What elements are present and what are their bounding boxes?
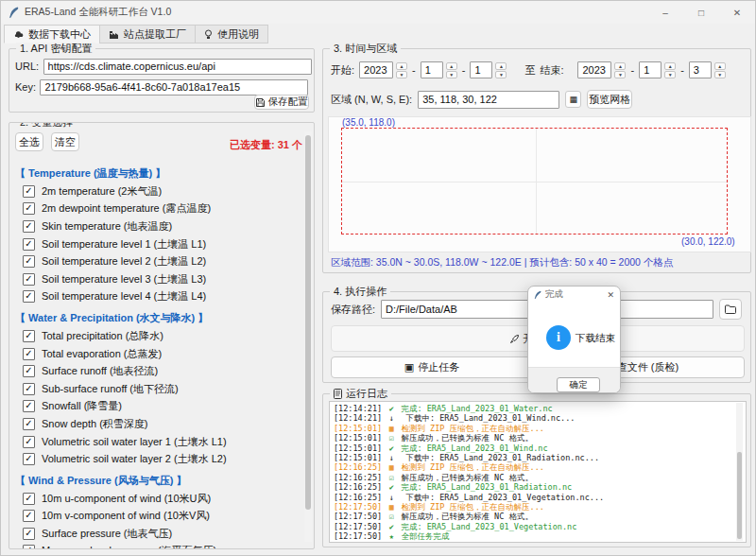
region-input[interactable]: [418, 91, 559, 109]
variable-checkbox-row[interactable]: ✓10m u-component of wind (10米U风): [23, 490, 304, 508]
success-icon: ✔: [387, 443, 396, 453]
key-label: Key:: [15, 81, 36, 93]
scrollbar-thumb[interactable]: [305, 135, 311, 510]
variable-checkbox-row[interactable]: ✓Total evaporation (总蒸发): [23, 345, 304, 363]
section-title: 1. API 密钥配置: [16, 43, 95, 55]
variable-checkbox-row[interactable]: ✓2m temperature (2米气温): [23, 182, 304, 200]
checkbox-checked-icon[interactable]: ✓: [23, 290, 35, 303]
spin-down-icon[interactable]: ▼: [446, 71, 457, 78]
log-line: [12:16:25] ✔ 完成: ERA5_Land_2023_01_Radia…: [334, 482, 742, 492]
log-line: [12:17:50] ▦ 检测到 ZIP 压缩包，正在自动解压...: [334, 502, 742, 512]
spin-up-icon[interactable]: ▲: [495, 62, 507, 70]
spin-down-icon[interactable]: ▼: [396, 71, 407, 78]
unzip-icon: ☑: [387, 512, 396, 521]
variable-checkbox-row[interactable]: ✓Sub-surface runoff (地下径流): [23, 380, 304, 398]
variable-checkbox-row[interactable]: ✓Skin temperature (地表温度): [23, 217, 304, 235]
end-month-input[interactable]: [639, 61, 662, 78]
variable-checkbox-row[interactable]: ✓Soil temperature level 3 (土壤温 L3): [23, 270, 304, 288]
end-year-spinbox[interactable]: ▲▼: [577, 61, 626, 78]
maximize-button[interactable]: □: [695, 8, 708, 18]
spin-up-icon[interactable]: ▲: [614, 62, 626, 70]
checkbox-checked-icon[interactable]: ✓: [23, 400, 35, 412]
checkbox-checked-icon[interactable]: ✓: [23, 493, 35, 505]
variable-list: 【 Temperature (温度与热量) 】✓2m temperature (…: [9, 161, 304, 549]
start-day-spinbox[interactable]: ▲▼: [470, 61, 507, 78]
checkbox-checked-icon[interactable]: ✓: [23, 510, 35, 522]
spin-up-icon[interactable]: ▲: [446, 62, 457, 70]
checkbox-checked-icon[interactable]: ✓: [23, 436, 35, 448]
scrollbar-thumb[interactable]: [737, 452, 742, 539]
stop-task-label: 停止任务: [418, 360, 459, 374]
variable-list-scrollbar[interactable]: [304, 131, 312, 542]
checkbox-checked-icon[interactable]: ✓: [23, 220, 35, 233]
preview-grid-button[interactable]: 预览网格: [587, 90, 632, 109]
region-label: 区域 (N, W, S, E):: [331, 93, 412, 107]
dialog-close-icon[interactable]: ✕: [607, 290, 614, 300]
variable-checkbox-row[interactable]: ✓2m dewpoint temperature (露点温度): [23, 200, 304, 218]
region-row: 区域 (N, W, S, E): ▦ 预览网格: [331, 90, 632, 109]
end-day-input[interactable]: [689, 61, 712, 78]
variable-checkbox-row[interactable]: ✓Soil temperature level 4 (土壤温 L4): [23, 288, 304, 306]
start-year-input[interactable]: [359, 61, 393, 78]
variable-group-header: 【 Temperature (温度与热量) 】: [15, 165, 304, 182]
tab-help[interactable]: 使用说明: [195, 25, 268, 43]
log-line: [12:16:25] ▦ 检测到 ZIP 压缩包，正在自动解压...: [334, 462, 742, 472]
api-key-input[interactable]: [40, 79, 308, 96]
checkbox-checked-icon[interactable]: ✓: [23, 273, 35, 286]
end-month-spinbox[interactable]: ▲▼: [639, 61, 676, 78]
variable-checkbox-row[interactable]: ✓10m v-component of wind (10米V风): [23, 508, 304, 526]
ok-button[interactable]: 确定: [557, 377, 600, 392]
variable-checkbox-row[interactable]: ✓Surface pressure (地表气压): [23, 525, 304, 543]
checkbox-checked-icon[interactable]: ✓: [23, 383, 35, 395]
variable-checkbox-row[interactable]: ✓Soil temperature level 2 (土壤温 L2): [23, 252, 304, 270]
start-year-spinbox[interactable]: ▲▼: [359, 61, 407, 78]
start-day-input[interactable]: [470, 61, 492, 78]
browse-folder-button[interactable]: [719, 299, 742, 320]
spin-down-icon[interactable]: ▼: [614, 71, 626, 78]
tab-download-center[interactable]: 数据下载中心: [4, 25, 100, 43]
start-month-spinbox[interactable]: ▲▼: [421, 61, 457, 78]
clear-button[interactable]: 清空: [51, 132, 79, 151]
spin-up-icon[interactable]: ▲: [396, 62, 407, 70]
spin-down-icon[interactable]: ▼: [495, 71, 507, 78]
save-config-button[interactable]: 保存配置: [254, 95, 309, 110]
log-output[interactable]: [12:14:21] ✔ 完成: ERA5_Land_2023_01_Water…: [329, 401, 747, 543]
variable-checkbox-row[interactable]: ✓Mean sea level pressure (海平面气压): [23, 543, 304, 549]
url-input[interactable]: [43, 59, 312, 75]
end-day-spinbox[interactable]: ▲▼: [689, 61, 726, 78]
log-scrollbar[interactable]: [736, 403, 743, 541]
variable-checkbox-row[interactable]: ✓Snow depth (积雪深度): [23, 415, 304, 433]
spin-up-icon[interactable]: ▲: [714, 62, 726, 70]
spin-down-icon[interactable]: ▼: [664, 71, 676, 78]
tab-station-factory[interactable]: 站点提取工厂: [99, 25, 196, 43]
end-year-input[interactable]: [577, 61, 611, 78]
app-window: ERA5-Land 全能科研工作台 V1.0 – □ ✕ 数据下载中心 站点提取…: [0, 0, 756, 556]
checkbox-checked-icon[interactable]: ✓: [23, 528, 35, 540]
checkbox-checked-icon[interactable]: ✓: [23, 418, 35, 430]
close-button[interactable]: ✕: [730, 8, 744, 18]
minimize-button[interactable]: –: [659, 8, 672, 18]
variable-checkbox-row[interactable]: ✓Surface runoff (地表径流): [23, 362, 304, 380]
variable-checkbox-row[interactable]: ✓Volumetric soil water layer 2 (土壤水 L2): [23, 450, 304, 468]
variable-label: 10m u-component of wind (10米U风): [42, 492, 211, 506]
checkbox-checked-icon[interactable]: ✓: [23, 453, 35, 465]
variable-checkbox-row[interactable]: ✓Total precipitation (总降水): [23, 327, 304, 345]
spin-down-icon[interactable]: ▼: [714, 71, 726, 78]
checkbox-checked-icon[interactable]: ✓: [23, 255, 35, 268]
start-month-input[interactable]: [421, 61, 443, 78]
log-line: [12:15:01] ☑ 解压成功，已转换为标准 NC 格式。: [334, 433, 742, 443]
spin-up-icon[interactable]: ▲: [664, 62, 676, 70]
checkbox-checked-icon[interactable]: ✓: [23, 238, 35, 251]
checkbox-checked-icon[interactable]: ✓: [23, 545, 35, 549]
stop-task-button[interactable]: ▣ 停止任务: [331, 356, 533, 378]
checkbox-checked-icon[interactable]: ✓: [23, 365, 35, 377]
checkbox-checked-icon[interactable]: ✓: [23, 348, 35, 360]
checkbox-checked-icon[interactable]: ✓: [23, 202, 35, 215]
variable-checkbox-row[interactable]: ✓Volumetric soil water layer 1 (土壤水 L1): [23, 433, 304, 451]
checkbox-checked-icon[interactable]: ✓: [23, 185, 35, 198]
select-all-button[interactable]: 全选: [15, 132, 43, 151]
checkbox-checked-icon[interactable]: ✓: [23, 330, 35, 342]
variable-checkbox-row[interactable]: ✓Soil temperature level 1 (土壤温 L1): [23, 235, 304, 253]
variable-checkbox-row[interactable]: ✓Snowfall (降雪量): [23, 398, 304, 416]
grid-icon-button[interactable]: ▦: [565, 91, 581, 108]
